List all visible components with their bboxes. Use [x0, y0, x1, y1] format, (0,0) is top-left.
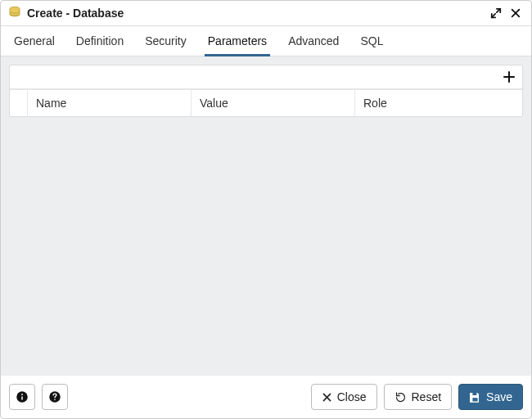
tab-label: Advanced	[288, 34, 339, 47]
tab-sql[interactable]: SQL	[357, 26, 386, 56]
tab-label: General	[14, 34, 55, 47]
svg-rect-6	[472, 392, 476, 394]
tabs: General Definition Security Parameters A…	[1, 26, 531, 56]
add-row-button[interactable]	[501, 69, 517, 85]
titlebar: Create - Database	[1, 1, 531, 26]
create-database-dialog: Create - Database General Definition Sec…	[0, 0, 532, 419]
body: Name Value Role	[1, 56, 531, 376]
column-spacer	[10, 90, 28, 116]
parameters-table-header: Name Value Role	[10, 89, 522, 116]
panel-toolbar	[10, 65, 522, 89]
reset-icon	[394, 391, 407, 403]
column-header-value: Value	[192, 90, 355, 116]
column-header-role: Role	[355, 90, 522, 116]
save-label: Save	[486, 390, 512, 403]
dialog-title: Create - Database	[27, 7, 124, 20]
tab-label: SQL	[360, 34, 383, 47]
tab-general[interactable]: General	[11, 26, 58, 56]
tab-label: Security	[145, 34, 187, 47]
tab-security[interactable]: Security	[142, 26, 190, 56]
tab-label: Definition	[76, 34, 124, 47]
tab-advanced[interactable]: Advanced	[285, 26, 342, 56]
close-button[interactable]: Close	[311, 384, 377, 410]
tab-parameters[interactable]: Parameters	[205, 26, 270, 56]
save-button[interactable]: Save	[458, 384, 523, 410]
svg-rect-7	[472, 398, 477, 401]
tab-definition[interactable]: Definition	[73, 26, 127, 56]
reset-label: Reset	[412, 390, 442, 403]
parameters-panel: Name Value Role	[9, 65, 523, 117]
svg-point-5	[54, 399, 56, 400]
svg-point-3	[21, 394, 23, 395]
close-icon	[322, 392, 332, 403]
column-header-name: Name	[28, 90, 192, 116]
tab-label: Parameters	[208, 34, 267, 47]
svg-rect-2	[21, 396, 23, 400]
close-label: Close	[337, 390, 367, 403]
close-window-button[interactable]	[508, 6, 523, 20]
maximize-button[interactable]	[489, 6, 503, 20]
reset-button[interactable]: Reset	[384, 384, 453, 410]
save-icon	[469, 391, 481, 403]
footer: Close Reset Save	[1, 376, 531, 418]
help-button[interactable]	[42, 384, 68, 410]
info-button[interactable]	[9, 384, 35, 410]
database-icon	[7, 6, 22, 20]
